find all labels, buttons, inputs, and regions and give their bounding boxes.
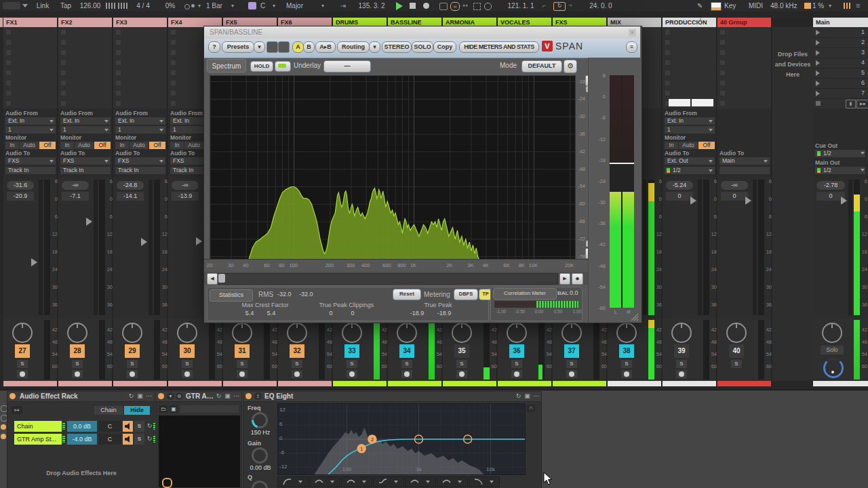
gtr-icon[interactable]: ▼ [167, 392, 174, 400]
audio-from-select[interactable]: Ext. In [60, 117, 111, 125]
track-header[interactable]: 40 Group [717, 18, 771, 27]
clip-stop-button[interactable] [720, 101, 725, 106]
chain-speaker-button[interactable] [123, 421, 133, 432]
chain-pan-field[interactable]: C [98, 421, 121, 432]
eq-gain-knob[interactable] [252, 447, 268, 464]
solo-button[interactable]: S [72, 360, 83, 368]
settings-gear-icon[interactable]: ⚙ [564, 60, 577, 73]
solo-button[interactable]: S [731, 360, 742, 368]
track-header[interactable]: FX3 [113, 18, 167, 27]
solo-button[interactable]: S [292, 360, 302, 368]
track-color-strip[interactable] [608, 381, 662, 386]
spectrum-tab[interactable]: Spectrum [207, 59, 246, 73]
clip-stop-button[interactable] [665, 81, 670, 85]
presets-arrow-button[interactable]: ▾ [254, 41, 265, 53]
scene-play-icon[interactable] [816, 30, 820, 35]
track-activator[interactable]: 35 [454, 344, 469, 358]
track-in-box[interactable]: Track In [60, 167, 111, 174]
eq-hotswap-icon[interactable]: ↻ [515, 392, 522, 400]
chain-name[interactable]: GTR Amp St... [14, 434, 62, 445]
track-color-strip[interactable] [388, 381, 442, 386]
monitor-auto-button[interactable]: Auto [184, 142, 203, 149]
dbfs-button[interactable]: DBFS [454, 289, 478, 300]
midi-map-button[interactable]: MIDI [749, 0, 768, 12]
rack-activator[interactable] [9, 393, 16, 399]
pan-knob[interactable] [561, 323, 582, 343]
arm-button[interactable] [292, 370, 302, 378]
metronome-icon-1[interactable] [106, 3, 115, 9]
track-activator[interactable]: 27 [15, 344, 30, 358]
follow-button[interactable]: ⇥ [338, 0, 349, 12]
solo-button[interactable]: S [456, 360, 467, 368]
clip-stop-button[interactable] [171, 101, 176, 106]
clip-stop-button[interactable] [720, 81, 725, 85]
track-color-strip[interactable] [553, 381, 607, 386]
peak-level-display[interactable]: -∞ [62, 181, 89, 190]
pan-knob[interactable] [616, 323, 637, 343]
eq-q-knob[interactable] [252, 481, 268, 488]
device-rail-icon[interactable] [1, 424, 6, 430]
play-button[interactable] [396, 2, 403, 10]
monitor-off-button[interactable]: Off [149, 142, 165, 149]
track-header[interactable]: FX1 [3, 18, 57, 27]
gtr-save-icon[interactable]: ▣ [170, 405, 178, 413]
eq-audition-button[interactable]: ∩ [527, 405, 535, 412]
clip-stop-button[interactable] [720, 60, 725, 65]
stop-button[interactable] [410, 3, 416, 9]
quantization-arrow-icon[interactable]: ▾ [231, 0, 237, 12]
clip-stop-button[interactable] [61, 50, 66, 55]
solo-button[interactable]: S [127, 360, 138, 368]
rack-more-icon[interactable]: ⋯ [145, 392, 153, 400]
arm-button[interactable] [676, 370, 687, 378]
cpu-arrow-icon[interactable]: ▾ [829, 0, 834, 12]
fader-handle[interactable] [31, 258, 37, 266]
track-color-strip[interactable] [3, 381, 58, 386]
chain-solo-button[interactable]: S [134, 421, 144, 432]
view-selector[interactable] [3, 2, 20, 9]
solo-button[interactable]: SOLO [412, 41, 433, 53]
clip-stop-button[interactable] [665, 50, 670, 55]
eq-freq-value[interactable]: 150 Hz [246, 429, 275, 436]
selected-clip-slot[interactable] [692, 99, 713, 106]
eq-freq-knob[interactable] [252, 412, 268, 428]
input-channel-select[interactable]: 1 [665, 126, 715, 134]
track-activator[interactable]: 29 [125, 344, 140, 358]
capture-midi-button[interactable] [484, 3, 492, 10]
filter-arrow-icon[interactable] [330, 481, 334, 483]
audio-to-select[interactable]: Ext. Out [665, 157, 715, 165]
arm-button[interactable] [621, 370, 632, 378]
scene-number[interactable]: 3 [852, 49, 865, 56]
chain-hotswap-icon[interactable]: ↻ [146, 435, 153, 443]
monitor-in-button[interactable]: In [115, 142, 129, 149]
color-swatch-a[interactable] [267, 41, 278, 53]
monitor-in-button[interactable]: In [170, 142, 184, 149]
scroll-left-button[interactable]: ◀ [207, 273, 218, 285]
chain-gain-field[interactable]: 0.0 dB [67, 421, 97, 432]
automation-arm-button[interactable]: ∞ [450, 2, 460, 11]
peak-level-display[interactable]: -24.8 [117, 181, 144, 190]
peak-level-display[interactable]: -5.24 [666, 181, 693, 190]
quantization-value[interactable]: 1 Bar [206, 0, 231, 12]
pan-knob[interactable] [342, 323, 362, 343]
monitor-in-button[interactable]: In [665, 142, 678, 149]
pan-knob[interactable] [177, 323, 197, 343]
scene-play-icon[interactable] [816, 60, 820, 66]
cue-out-select[interactable]: 1/2 [815, 150, 865, 157]
view-selector-arrow-icon[interactable] [22, 4, 28, 7]
clip-stop-button[interactable] [61, 30, 66, 35]
clip-stop-button[interactable] [61, 40, 66, 45]
gtr-more-icon[interactable]: ⋯ [233, 392, 240, 400]
clip-stop-button[interactable] [171, 81, 176, 85]
quantize-menu-arrow-icon[interactable]: ▾ [198, 0, 203, 12]
clip-stop-button[interactable] [171, 40, 176, 45]
track-header-main[interactable]: Main [813, 18, 868, 27]
scene-play-icon[interactable] [816, 70, 820, 76]
loop-start-field[interactable]: 121. 1. 1 [502, 0, 540, 12]
volume-value-field[interactable]: -13.9 [172, 192, 199, 201]
clip-stop-button[interactable] [720, 30, 725, 35]
monitor-off-button[interactable]: Off [94, 142, 111, 149]
main-fader-track[interactable] [848, 180, 852, 315]
ab-copy-button[interactable]: A▸B [315, 41, 336, 53]
clip-stop-button[interactable] [171, 91, 176, 96]
chain-speaker-button[interactable] [123, 434, 133, 445]
